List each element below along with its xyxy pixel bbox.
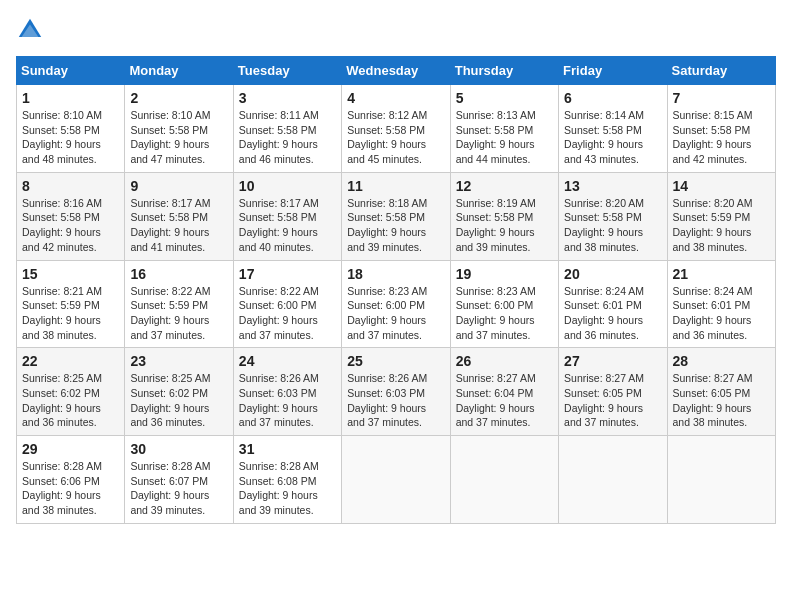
calendar-cell: 16Sunrise: 8:22 AM Sunset: 5:59 PM Dayli… <box>125 260 233 348</box>
calendar-cell: 31Sunrise: 8:28 AM Sunset: 6:08 PM Dayli… <box>233 436 341 524</box>
day-info: Sunrise: 8:13 AM Sunset: 5:58 PM Dayligh… <box>456 108 553 167</box>
day-info: Sunrise: 8:24 AM Sunset: 6:01 PM Dayligh… <box>564 284 661 343</box>
calendar-cell: 30Sunrise: 8:28 AM Sunset: 6:07 PM Dayli… <box>125 436 233 524</box>
day-info: Sunrise: 8:28 AM Sunset: 6:08 PM Dayligh… <box>239 459 336 518</box>
calendar-header: SundayMondayTuesdayWednesdayThursdayFrid… <box>17 57 776 85</box>
day-number: 10 <box>239 178 336 194</box>
calendar-cell: 23Sunrise: 8:25 AM Sunset: 6:02 PM Dayli… <box>125 348 233 436</box>
day-info: Sunrise: 8:11 AM Sunset: 5:58 PM Dayligh… <box>239 108 336 167</box>
calendar-cell: 18Sunrise: 8:23 AM Sunset: 6:00 PM Dayli… <box>342 260 450 348</box>
day-number: 4 <box>347 90 444 106</box>
calendar-cell: 1Sunrise: 8:10 AM Sunset: 5:58 PM Daylig… <box>17 85 125 173</box>
calendar-week-3: 15Sunrise: 8:21 AM Sunset: 5:59 PM Dayli… <box>17 260 776 348</box>
calendar-cell: 26Sunrise: 8:27 AM Sunset: 6:04 PM Dayli… <box>450 348 558 436</box>
day-number: 6 <box>564 90 661 106</box>
calendar-week-4: 22Sunrise: 8:25 AM Sunset: 6:02 PM Dayli… <box>17 348 776 436</box>
calendar-cell: 17Sunrise: 8:22 AM Sunset: 6:00 PM Dayli… <box>233 260 341 348</box>
day-info: Sunrise: 8:15 AM Sunset: 5:58 PM Dayligh… <box>673 108 770 167</box>
day-info: Sunrise: 8:20 AM Sunset: 5:59 PM Dayligh… <box>673 196 770 255</box>
weekday-header-saturday: Saturday <box>667 57 775 85</box>
day-info: Sunrise: 8:17 AM Sunset: 5:58 PM Dayligh… <box>239 196 336 255</box>
calendar-cell <box>667 436 775 524</box>
day-number: 21 <box>673 266 770 282</box>
weekday-header-friday: Friday <box>559 57 667 85</box>
day-number: 11 <box>347 178 444 194</box>
day-number: 29 <box>22 441 119 457</box>
day-info: Sunrise: 8:27 AM Sunset: 6:05 PM Dayligh… <box>564 371 661 430</box>
calendar-week-1: 1Sunrise: 8:10 AM Sunset: 5:58 PM Daylig… <box>17 85 776 173</box>
logo-icon <box>16 16 44 44</box>
calendar-cell <box>342 436 450 524</box>
calendar-cell: 10Sunrise: 8:17 AM Sunset: 5:58 PM Dayli… <box>233 172 341 260</box>
weekday-header-thursday: Thursday <box>450 57 558 85</box>
day-info: Sunrise: 8:14 AM Sunset: 5:58 PM Dayligh… <box>564 108 661 167</box>
calendar-cell: 27Sunrise: 8:27 AM Sunset: 6:05 PM Dayli… <box>559 348 667 436</box>
calendar-cell: 24Sunrise: 8:26 AM Sunset: 6:03 PM Dayli… <box>233 348 341 436</box>
day-info: Sunrise: 8:27 AM Sunset: 6:04 PM Dayligh… <box>456 371 553 430</box>
day-number: 16 <box>130 266 227 282</box>
day-info: Sunrise: 8:10 AM Sunset: 5:58 PM Dayligh… <box>130 108 227 167</box>
calendar-table: SundayMondayTuesdayWednesdayThursdayFrid… <box>16 56 776 524</box>
day-number: 23 <box>130 353 227 369</box>
calendar-cell: 6Sunrise: 8:14 AM Sunset: 5:58 PM Daylig… <box>559 85 667 173</box>
calendar-cell: 12Sunrise: 8:19 AM Sunset: 5:58 PM Dayli… <box>450 172 558 260</box>
day-number: 7 <box>673 90 770 106</box>
calendar-cell: 11Sunrise: 8:18 AM Sunset: 5:58 PM Dayli… <box>342 172 450 260</box>
calendar-week-2: 8Sunrise: 8:16 AM Sunset: 5:58 PM Daylig… <box>17 172 776 260</box>
day-info: Sunrise: 8:21 AM Sunset: 5:59 PM Dayligh… <box>22 284 119 343</box>
weekday-header-monday: Monday <box>125 57 233 85</box>
day-number: 13 <box>564 178 661 194</box>
calendar-cell: 25Sunrise: 8:26 AM Sunset: 6:03 PM Dayli… <box>342 348 450 436</box>
day-info: Sunrise: 8:26 AM Sunset: 6:03 PM Dayligh… <box>239 371 336 430</box>
day-info: Sunrise: 8:19 AM Sunset: 5:58 PM Dayligh… <box>456 196 553 255</box>
logo <box>16 16 48 44</box>
day-info: Sunrise: 8:28 AM Sunset: 6:07 PM Dayligh… <box>130 459 227 518</box>
calendar-cell: 8Sunrise: 8:16 AM Sunset: 5:58 PM Daylig… <box>17 172 125 260</box>
day-number: 28 <box>673 353 770 369</box>
day-number: 3 <box>239 90 336 106</box>
calendar-week-5: 29Sunrise: 8:28 AM Sunset: 6:06 PM Dayli… <box>17 436 776 524</box>
weekday-header-sunday: Sunday <box>17 57 125 85</box>
day-number: 22 <box>22 353 119 369</box>
calendar-cell: 29Sunrise: 8:28 AM Sunset: 6:06 PM Dayli… <box>17 436 125 524</box>
day-info: Sunrise: 8:20 AM Sunset: 5:58 PM Dayligh… <box>564 196 661 255</box>
calendar-cell: 14Sunrise: 8:20 AM Sunset: 5:59 PM Dayli… <box>667 172 775 260</box>
day-number: 27 <box>564 353 661 369</box>
calendar-cell: 28Sunrise: 8:27 AM Sunset: 6:05 PM Dayli… <box>667 348 775 436</box>
day-number: 9 <box>130 178 227 194</box>
calendar-cell: 3Sunrise: 8:11 AM Sunset: 5:58 PM Daylig… <box>233 85 341 173</box>
calendar-cell: 20Sunrise: 8:24 AM Sunset: 6:01 PM Dayli… <box>559 260 667 348</box>
day-info: Sunrise: 8:12 AM Sunset: 5:58 PM Dayligh… <box>347 108 444 167</box>
day-number: 30 <box>130 441 227 457</box>
calendar-cell <box>450 436 558 524</box>
day-number: 8 <box>22 178 119 194</box>
calendar-cell: 2Sunrise: 8:10 AM Sunset: 5:58 PM Daylig… <box>125 85 233 173</box>
calendar-cell: 19Sunrise: 8:23 AM Sunset: 6:00 PM Dayli… <box>450 260 558 348</box>
day-info: Sunrise: 8:17 AM Sunset: 5:58 PM Dayligh… <box>130 196 227 255</box>
weekday-header-tuesday: Tuesday <box>233 57 341 85</box>
calendar-cell: 7Sunrise: 8:15 AM Sunset: 5:58 PM Daylig… <box>667 85 775 173</box>
calendar-cell: 22Sunrise: 8:25 AM Sunset: 6:02 PM Dayli… <box>17 348 125 436</box>
calendar-cell: 5Sunrise: 8:13 AM Sunset: 5:58 PM Daylig… <box>450 85 558 173</box>
day-info: Sunrise: 8:10 AM Sunset: 5:58 PM Dayligh… <box>22 108 119 167</box>
calendar-cell: 21Sunrise: 8:24 AM Sunset: 6:01 PM Dayli… <box>667 260 775 348</box>
day-number: 26 <box>456 353 553 369</box>
day-number: 12 <box>456 178 553 194</box>
day-info: Sunrise: 8:23 AM Sunset: 6:00 PM Dayligh… <box>456 284 553 343</box>
day-number: 5 <box>456 90 553 106</box>
day-number: 20 <box>564 266 661 282</box>
day-number: 18 <box>347 266 444 282</box>
day-info: Sunrise: 8:27 AM Sunset: 6:05 PM Dayligh… <box>673 371 770 430</box>
day-info: Sunrise: 8:28 AM Sunset: 6:06 PM Dayligh… <box>22 459 119 518</box>
day-number: 2 <box>130 90 227 106</box>
day-info: Sunrise: 8:25 AM Sunset: 6:02 PM Dayligh… <box>22 371 119 430</box>
calendar-cell: 13Sunrise: 8:20 AM Sunset: 5:58 PM Dayli… <box>559 172 667 260</box>
day-number: 1 <box>22 90 119 106</box>
day-number: 17 <box>239 266 336 282</box>
day-number: 31 <box>239 441 336 457</box>
day-number: 19 <box>456 266 553 282</box>
day-info: Sunrise: 8:18 AM Sunset: 5:58 PM Dayligh… <box>347 196 444 255</box>
calendar-cell: 9Sunrise: 8:17 AM Sunset: 5:58 PM Daylig… <box>125 172 233 260</box>
day-info: Sunrise: 8:22 AM Sunset: 5:59 PM Dayligh… <box>130 284 227 343</box>
weekday-header-wednesday: Wednesday <box>342 57 450 85</box>
